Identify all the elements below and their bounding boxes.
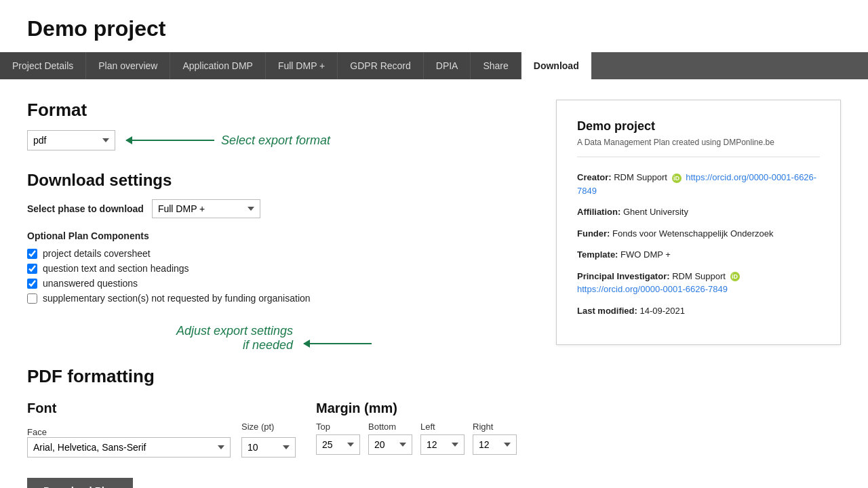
face-label: Face (27, 427, 231, 437)
orcid-icon-pi: iD (730, 272, 740, 281)
preview-template-label: Template: (577, 249, 618, 260)
preview-card: Demo project A Data Management Plan crea… (556, 100, 841, 345)
preview-last-modified-date: 14-09-2021 (639, 306, 685, 316)
main-content: Format pdf docx html Select export forma… (0, 79, 868, 488)
margin-group-title: Margin (mm) (316, 401, 517, 416)
orcid-icon: iD (672, 174, 682, 183)
nav-item-plan-overview[interactable]: Plan overview (86, 52, 170, 79)
preview-template-name: FWO DMP + (620, 249, 671, 260)
page-title: Demo project (0, 0, 868, 52)
margin-right-field: Right 12 10 15 (473, 422, 517, 455)
adjust-annotation: Adjust export settings if needed (176, 324, 529, 352)
pdf-formatting-title: PDF formatting (27, 366, 529, 387)
nav-item-project-details[interactable]: Project Details (0, 52, 86, 79)
checkbox-unanswered-input[interactable] (27, 279, 37, 289)
margin-left-field: Left 12 10 15 (420, 422, 465, 455)
checkbox-supplementary-label: supplementary section(s) not requested b… (43, 293, 311, 304)
margin-right-select[interactable]: 12 10 15 (473, 434, 517, 455)
checkbox-supplementary[interactable]: supplementary section(s) not requested b… (27, 293, 529, 304)
preview-creator-link[interactable]: https://orcid.org/0000-0001-6626-7849 (577, 172, 816, 196)
preview-creator: Creator: RDM Support iD https://orcid.or… (577, 171, 820, 197)
format-section-title: Format (27, 100, 529, 121)
checkbox-project-details-label: project details coversheet (43, 248, 151, 259)
checkbox-question-text[interactable]: question text and section headings (27, 263, 529, 274)
font-fields-row: Face Arial, Helvetica, Sans-Serif Times … (27, 422, 296, 458)
format-row: pdf docx html Select export format (27, 130, 529, 150)
nav-item-application-dmp[interactable]: Application DMP (170, 52, 266, 79)
margin-right-label: Right (473, 422, 517, 432)
nav-spacer (592, 52, 868, 79)
preview-affiliation-name: Ghent University (623, 207, 688, 217)
nav-item-share[interactable]: Share (471, 52, 521, 79)
margin-left-label: Left (420, 422, 465, 432)
preview-creator-label: Creator: (577, 172, 612, 182)
margin-bottom-select[interactable]: 20 15 25 (368, 434, 412, 455)
phase-select[interactable]: Full DMP + Application DMP GDPR Record D… (152, 199, 260, 218)
checkbox-question-text-label: question text and section headings (43, 263, 189, 274)
preview-pi: Principal Investigator: RDM Support iD h… (577, 270, 820, 296)
preview-creator-name: RDM Support (614, 172, 667, 182)
left-panel: Format pdf docx html Select export forma… (27, 100, 529, 488)
preview-funder-name: Fonds voor Wetenschappelijk Onderzoek (612, 228, 774, 239)
font-group: Font Face Arial, Helvetica, Sans-Serif T… (27, 401, 296, 458)
adjust-arrow (304, 343, 372, 344)
margin-fields: Top 25 20 15 Bottom 20 15 25 (316, 422, 517, 455)
checkbox-project-details[interactable]: project details coversheet (27, 248, 529, 259)
preview-last-modified: Last modified: 14-09-2021 (577, 304, 820, 318)
margin-top-field: Top 25 20 15 (316, 422, 360, 455)
font-face-select[interactable]: Arial, Helvetica, Sans-Serif Times New R… (27, 437, 231, 458)
nav-item-full-dmp[interactable]: Full DMP + (266, 52, 338, 79)
download-plan-button[interactable]: Download Plan (27, 478, 133, 488)
nav-item-dpia[interactable]: DPIA (424, 52, 471, 79)
format-select[interactable]: pdf docx html (27, 130, 115, 150)
margin-left-select[interactable]: 12 10 15 (420, 434, 465, 455)
right-panel: Demo project A Data Management Plan crea… (556, 100, 841, 488)
preview-template: Template: FWO DMP + (577, 248, 820, 262)
checkbox-project-details-input[interactable] (27, 249, 37, 259)
adjust-arrow-line (304, 343, 372, 344)
nav-item-download[interactable]: Download (521, 52, 592, 79)
checkbox-unanswered[interactable]: unanswered questions (27, 278, 529, 289)
adjust-annotation-text: Adjust export settings if needed (176, 324, 293, 352)
download-settings-title: Download settings (27, 171, 529, 190)
nav-item-gdpr-record[interactable]: GDPR Record (338, 52, 423, 79)
face-field: Face Arial, Helvetica, Sans-Serif Times … (27, 427, 231, 458)
margin-bottom-label: Bottom (368, 422, 412, 432)
format-arrow (126, 140, 214, 141)
preview-funder: Funder: Fonds voor Wetenschappelijk Onde… (577, 227, 820, 241)
preview-pi-label: Principal Investigator: (577, 271, 670, 281)
phase-row: Select phase to download Full DMP + Appl… (27, 199, 529, 218)
checkbox-question-text-input[interactable] (27, 264, 37, 274)
preview-subtitle: A Data Management Plan created using DMP… (577, 138, 820, 157)
checkbox-supplementary-input[interactable] (27, 293, 37, 304)
optional-checkboxes: project details coversheet question text… (27, 248, 529, 304)
preview-pi-link[interactable]: https://orcid.org/0000-0001-6626-7849 (577, 284, 728, 294)
font-size-label: Size (pt) (241, 422, 296, 432)
margin-group: Margin (mm) Top 25 20 15 Bottom 20 (316, 401, 517, 455)
margin-top-label: Top (316, 422, 360, 432)
checkbox-unanswered-label: unanswered questions (43, 278, 138, 289)
format-annotation: Select export format (126, 134, 330, 148)
font-size-select[interactable]: 8 10 11 12 (241, 437, 296, 458)
adjust-arrow-head (303, 340, 310, 348)
font-margin-row: Font Face Arial, Helvetica, Sans-Serif T… (27, 401, 529, 458)
phase-label: Select phase to download (27, 203, 144, 214)
margin-bottom-field: Bottom 20 15 25 (368, 422, 412, 455)
preview-project-title: Demo project (577, 119, 820, 134)
preview-affiliation-label: Affiliation: (577, 207, 620, 217)
download-section: Download Plan (27, 458, 529, 488)
preview-pi-name: RDM Support (672, 271, 726, 281)
optional-components-title: Optional Plan Components (27, 230, 529, 241)
margin-top-select[interactable]: 25 20 15 (316, 434, 360, 455)
font-size-field: Size (pt) 8 10 11 12 (241, 422, 296, 458)
preview-last-modified-label: Last modified: (577, 306, 637, 316)
preview-funder-label: Funder: (577, 228, 610, 239)
format-annotation-text: Select export format (221, 134, 330, 148)
font-group-title: Font (27, 401, 296, 416)
preview-affiliation: Affiliation: Ghent University (577, 205, 820, 219)
navigation-bar: Project Details Plan overview Applicatio… (0, 52, 868, 79)
